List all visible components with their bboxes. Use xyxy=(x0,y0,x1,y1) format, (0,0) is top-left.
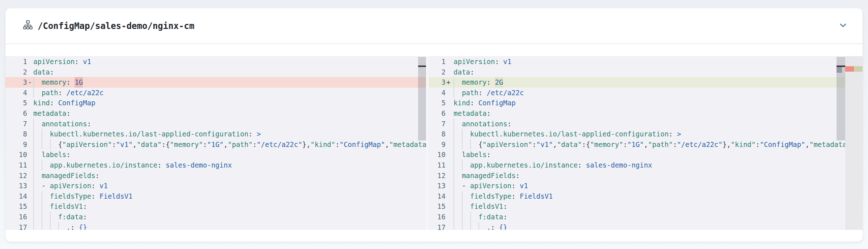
line-number: 16 xyxy=(5,212,27,222)
code-line[interactable]: 5kind: ConfigMap xyxy=(429,98,863,108)
left-scrollbar-thumb[interactable] xyxy=(418,57,426,140)
token-val: "1G" xyxy=(207,139,224,150)
collapse-panel-button[interactable] xyxy=(836,20,850,33)
code-line[interactable]: 4 path: /etc/a22c xyxy=(429,88,863,98)
token-val: {} xyxy=(79,222,87,230)
token-key: apiVersion xyxy=(454,56,495,67)
code-text: metadata: xyxy=(33,108,426,119)
code-line[interactable]: 6metadata: xyxy=(429,108,863,119)
token-ws xyxy=(33,181,42,191)
token-key: annotations xyxy=(462,119,507,129)
code-text: data: xyxy=(33,67,426,77)
code-text: memory: 2G xyxy=(454,77,863,88)
code-line[interactable]: 3- memory: 1G xyxy=(5,77,426,88)
code-text: fieldsType: FieldsV1 xyxy=(33,191,426,202)
resource-path-title: /ConfigMap/sales-demo/nginx-cm xyxy=(38,21,194,31)
code-line[interactable]: 16 f:data: xyxy=(5,212,426,222)
token-ws xyxy=(33,170,42,181)
code-text: - apiVersion: v1 xyxy=(33,181,426,191)
token-punct: : xyxy=(67,149,71,160)
token-val: v1 xyxy=(520,181,528,191)
diff-sign xyxy=(27,67,33,77)
code-line[interactable]: 3+ memory: 2G xyxy=(429,77,863,88)
right-scrollbar-dark-block xyxy=(837,67,842,73)
token-key: metadata xyxy=(454,108,487,119)
line-number: 12 xyxy=(429,170,446,181)
code-line[interactable]: 9 {"apiVersion":"v1","data":{"memory":"1… xyxy=(429,139,863,150)
code-line[interactable]: 15 fieldsV1: xyxy=(5,201,426,212)
token-punct: - xyxy=(462,181,470,191)
token-ws xyxy=(33,222,67,230)
code-line[interactable]: 12 managedFields: xyxy=(5,170,426,181)
token-punct: : xyxy=(487,149,491,160)
token-key: fieldsV1 xyxy=(470,201,503,212)
line-number: 2 xyxy=(5,67,27,77)
code-line[interactable]: 5kind: ConfigMap xyxy=(5,98,426,108)
code-text: annotations: xyxy=(33,119,426,129)
token-key: fieldsType xyxy=(470,191,511,202)
code-line[interactable]: 7 annotations: xyxy=(5,119,426,129)
token-ws xyxy=(33,129,50,139)
code-line[interactable]: 13 - apiVersion: v1 xyxy=(5,181,426,191)
line-number: 5 xyxy=(5,98,27,108)
code-line[interactable]: 10 labels: xyxy=(429,149,863,160)
token-val: v1 xyxy=(83,56,91,67)
code-line[interactable]: 1apiVersion: v1 xyxy=(5,56,426,67)
token-key: f:data xyxy=(478,212,503,222)
code-line[interactable]: 15 fieldsV1: xyxy=(429,201,863,212)
code-line[interactable]: 10 labels: xyxy=(5,149,426,160)
diff-sign xyxy=(446,67,454,77)
token-punct: : xyxy=(532,139,536,150)
diff-sign xyxy=(27,56,33,67)
diff-sign xyxy=(446,212,454,222)
code-line[interactable]: 2data: xyxy=(5,67,426,77)
diff-sign xyxy=(27,119,33,129)
code-line[interactable]: 8 kubectl.kubernetes.io/last-applied-con… xyxy=(429,129,863,139)
token-ws xyxy=(454,170,462,181)
token-punct: , xyxy=(553,139,557,150)
code-line[interactable]: 11 app.kubernetes.io/instance: sales-dem… xyxy=(429,160,863,170)
code-text: fieldsType: FieldsV1 xyxy=(454,191,863,202)
code-line[interactable]: 4 path: /etc/a22c xyxy=(5,88,426,98)
code-line[interactable]: 2data: xyxy=(429,67,863,77)
token-punct: : xyxy=(511,181,520,191)
token-val: "1G" xyxy=(627,139,644,150)
token-punct: : xyxy=(83,212,87,222)
code-line[interactable]: 1apiVersion: v1 xyxy=(429,56,863,67)
code-text: - apiVersion: v1 xyxy=(454,181,863,191)
pane-modified[interactable]: 1apiVersion: v12data:3+ memory: 2G4 path… xyxy=(429,56,863,230)
code-line[interactable]: 9 {"apiVersion":"v1","data":{"memory":"1… xyxy=(5,139,426,150)
diff-sash[interactable] xyxy=(426,56,429,230)
code-line[interactable]: 7 annotations: xyxy=(429,119,863,129)
token-punct: : xyxy=(87,119,91,129)
code-text: app.kubernetes.io/instance: sales-demo-n… xyxy=(454,160,863,170)
code-text: memory: 1G xyxy=(33,77,426,88)
token-ws xyxy=(454,222,487,230)
token-punct: : xyxy=(673,139,677,150)
token-ws xyxy=(454,149,462,160)
line-number: 15 xyxy=(5,201,27,212)
code-line[interactable]: 8 kubectl.kubernetes.io/last-applied-con… xyxy=(5,129,426,139)
code-text: .: {} xyxy=(33,222,426,230)
token-key: "data" xyxy=(557,139,582,150)
token-ws xyxy=(454,119,462,129)
code-line[interactable]: 11 app.kubernetes.io/instance: sales-dem… xyxy=(5,160,426,170)
token-key: "apiVersion" xyxy=(62,139,112,150)
diff-header: /ConfigMap/sales-demo/nginx-cm xyxy=(5,8,863,44)
code-text: {"apiVersion":"v1","data":{"memory":"1G"… xyxy=(454,139,863,150)
token-ws xyxy=(454,160,470,170)
code-line[interactable]: 17 .: {} xyxy=(5,222,426,230)
token-key: . xyxy=(67,222,71,230)
code-line[interactable]: 13 - apiVersion: v1 xyxy=(429,181,863,191)
code-line[interactable]: 16 f:data: xyxy=(429,212,863,222)
code-text: path: /etc/a22c xyxy=(454,88,863,98)
token-val: ConfigMap xyxy=(58,98,95,108)
code-line[interactable]: 14 fieldsType: FieldsV1 xyxy=(429,191,863,202)
code-line[interactable]: 12 managedFields: xyxy=(429,170,863,181)
code-line[interactable]: 17 .: {} xyxy=(429,222,863,230)
diff-overview-ruler[interactable] xyxy=(845,56,863,230)
code-line[interactable]: 14 fieldsType: FieldsV1 xyxy=(5,191,426,202)
pane-original[interactable]: 1apiVersion: v12data:3- memory: 1G4 path… xyxy=(5,56,426,230)
code-line[interactable]: 6metadata: xyxy=(5,108,426,119)
token-key: "data" xyxy=(137,139,162,150)
